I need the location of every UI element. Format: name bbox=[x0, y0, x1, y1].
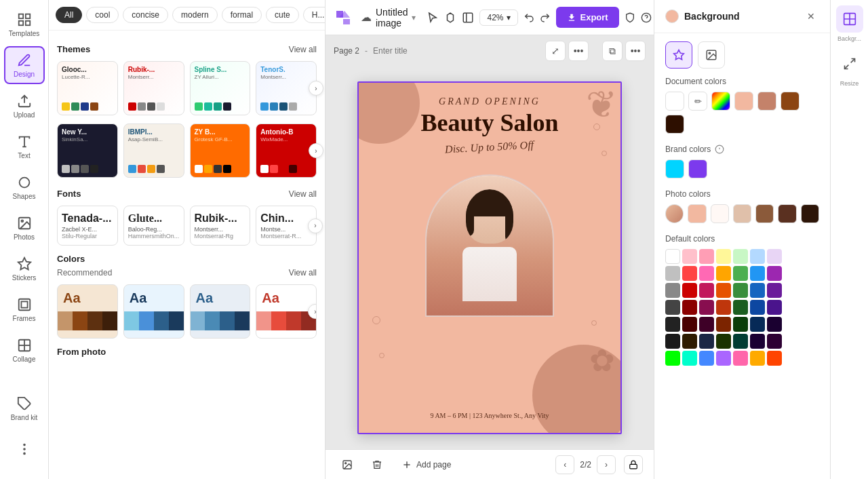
dc-hotpink[interactable] bbox=[699, 266, 714, 281]
dc-bubblegum[interactable] bbox=[733, 351, 748, 366]
dc-green-light[interactable] bbox=[733, 249, 748, 264]
page-copy-btn[interactable]: ⧉ bbox=[602, 41, 623, 61]
themes-view-all[interactable]: View all bbox=[289, 45, 317, 54]
dc-yellow[interactable] bbox=[716, 249, 731, 264]
sidebar-item-shapes[interactable]: Shapes bbox=[4, 168, 45, 206]
dc-red-dark[interactable] bbox=[682, 283, 697, 298]
sidebar-item-design[interactable]: Design bbox=[4, 46, 45, 84]
dc-nearblack[interactable] bbox=[665, 317, 680, 332]
dc-blue[interactable] bbox=[750, 266, 765, 281]
tag-modern[interactable]: modern bbox=[172, 7, 218, 23]
font-card-2[interactable]: Rubik-... Montserr... Montserrat-Rg bbox=[190, 206, 251, 246]
theme-card-3[interactable]: TenorS. Montserr... bbox=[256, 61, 317, 115]
theme-card-5[interactable]: IBMPl... Asap-SemiB... bbox=[123, 123, 184, 178]
dc-darkrust[interactable] bbox=[716, 317, 731, 332]
doc-color-peach[interactable] bbox=[734, 92, 753, 111]
palette-1[interactable]: Aa bbox=[123, 284, 184, 339]
page-more-btn[interactable]: ••• bbox=[568, 41, 589, 61]
page-next-btn[interactable]: › bbox=[597, 455, 616, 474]
page-img-btn[interactable] bbox=[336, 457, 358, 473]
dc-verydarkpurple[interactable] bbox=[750, 334, 765, 349]
dc-verydarkpink[interactable] bbox=[699, 317, 714, 332]
photo-color-3[interactable] bbox=[733, 204, 751, 223]
palette-0[interactable]: Aa bbox=[57, 284, 118, 339]
dc-lime[interactable] bbox=[665, 351, 680, 366]
tag-h[interactable]: H... bbox=[303, 7, 325, 23]
dc-violet[interactable] bbox=[716, 351, 731, 366]
sidebar-item-collage[interactable]: Collage bbox=[4, 331, 45, 369]
dc-nightforest[interactable] bbox=[716, 334, 731, 349]
tag-concise[interactable]: concise bbox=[123, 7, 168, 23]
dc-green-dark[interactable] bbox=[733, 283, 748, 298]
photo-color-4[interactable] bbox=[755, 204, 774, 223]
tag-cute[interactable]: cute bbox=[266, 7, 299, 23]
dc-darkindigo[interactable] bbox=[767, 317, 782, 332]
palette-3[interactable]: Aa › bbox=[256, 284, 317, 339]
theme-card-1[interactable]: Rubik-... Montserr... bbox=[123, 61, 184, 115]
dc-plum[interactable] bbox=[767, 334, 782, 349]
doc-title-area[interactable]: ☁ Untitled image ▾ bbox=[361, 7, 416, 28]
dc-purple[interactable] bbox=[767, 266, 782, 281]
theme-card-0[interactable]: Glooc... Lucette-R... bbox=[57, 61, 118, 115]
zoom-control[interactable]: 42% ▾ bbox=[479, 9, 517, 26]
redo-btn[interactable] bbox=[540, 6, 551, 29]
dc-verydarkred[interactable] bbox=[682, 317, 697, 332]
photo-color-2[interactable] bbox=[711, 204, 729, 223]
dc-darkpink[interactable] bbox=[699, 300, 714, 315]
sidebar-item-stickers[interactable]: Stickers bbox=[4, 250, 45, 288]
doc-color-darkbrown[interactable] bbox=[781, 92, 800, 111]
theme-card-4[interactable]: New Y... SinkinSa... bbox=[57, 123, 118, 178]
page-expand-btn[interactable]: ⤢ bbox=[545, 41, 566, 61]
font-card-3[interactable]: Chin... Montse... Montserrat-R... › bbox=[256, 206, 317, 246]
right-panel-close-btn[interactable]: ✕ bbox=[803, 8, 819, 24]
dc-forest[interactable] bbox=[733, 300, 748, 315]
right-sidebar-resize-btn[interactable] bbox=[836, 50, 863, 77]
dc-rust[interactable] bbox=[716, 300, 731, 315]
sidebar-item-frames[interactable]: Frames bbox=[4, 290, 45, 328]
dc-darkred[interactable] bbox=[682, 300, 697, 315]
palette-2[interactable]: Aa bbox=[190, 284, 251, 339]
dc-lavender[interactable] bbox=[767, 249, 782, 264]
shield-btn[interactable] bbox=[625, 6, 635, 29]
dc-teal-dark[interactable] bbox=[733, 334, 748, 349]
dc-almostblack[interactable] bbox=[665, 334, 680, 349]
dc-pink-light[interactable] bbox=[682, 249, 697, 264]
page-more2-btn[interactable]: ••• bbox=[625, 41, 646, 61]
themes-next-arrow[interactable]: › bbox=[309, 81, 323, 96]
tag-all[interactable]: All bbox=[56, 7, 82, 23]
dc-indigo[interactable] bbox=[767, 300, 782, 315]
dc-cornflower[interactable] bbox=[699, 351, 714, 366]
help-btn[interactable] bbox=[641, 6, 652, 29]
move-tool-btn[interactable] bbox=[444, 6, 456, 29]
photo-color-1[interactable] bbox=[688, 204, 706, 223]
right-sidebar-background-btn[interactable] bbox=[836, 5, 863, 33]
doc-color-verydark[interactable] bbox=[665, 115, 684, 134]
colors-view-all[interactable]: View all bbox=[289, 268, 317, 277]
dc-crimson[interactable] bbox=[699, 283, 714, 298]
dc-vermillion[interactable] bbox=[767, 351, 782, 366]
fonts-view-all[interactable]: View all bbox=[289, 189, 317, 199]
dc-red[interactable] bbox=[682, 266, 697, 281]
doc-color-brown[interactable] bbox=[757, 92, 776, 111]
tag-formal[interactable]: formal bbox=[222, 7, 262, 23]
theme-card-6[interactable]: ZY B... Grotesk GF-B... bbox=[190, 123, 251, 178]
dc-verydarkbrown[interactable] bbox=[682, 334, 697, 349]
dc-darkforest[interactable] bbox=[733, 317, 748, 332]
sidebar-item-photos[interactable]: Photos bbox=[4, 209, 45, 247]
dc-midnight[interactable] bbox=[699, 334, 714, 349]
undo-btn[interactable] bbox=[524, 6, 534, 29]
dc-orange-dark[interactable] bbox=[716, 283, 731, 298]
export-btn[interactable]: Export bbox=[556, 7, 619, 28]
dc-blue-light[interactable] bbox=[750, 249, 765, 264]
color-picker-btn[interactable]: ✏ bbox=[688, 92, 707, 111]
lock-btn[interactable] bbox=[624, 455, 643, 474]
page-delete-btn[interactable] bbox=[366, 457, 388, 473]
page-title-input[interactable] bbox=[373, 46, 540, 56]
fonts-next-arrow[interactable]: › bbox=[308, 218, 323, 233]
sidebar-item-templates[interactable]: Templates bbox=[4, 5, 45, 43]
fill-solid-btn[interactable] bbox=[665, 41, 692, 69]
font-card-0[interactable]: Tenada-... Zacbel X-E... Stilu-Regular bbox=[57, 206, 118, 246]
sidebar-item-more[interactable] bbox=[4, 430, 45, 468]
add-page-btn[interactable]: Add page bbox=[396, 457, 456, 473]
dc-white[interactable] bbox=[665, 249, 680, 264]
